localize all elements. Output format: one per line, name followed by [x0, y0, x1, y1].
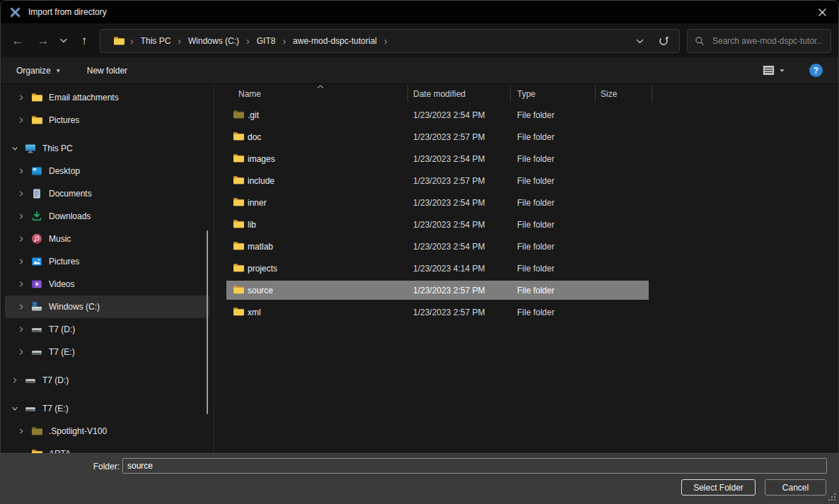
file-date: 1/23/2023 2:57 PM	[413, 176, 485, 186]
resize-grip[interactable]	[828, 493, 836, 501]
back-icon: ←	[12, 35, 24, 47]
sidebar-item-pictures[interactable]: Pictures	[5, 250, 209, 273]
change-view-button[interactable]	[760, 62, 788, 78]
close-button[interactable]	[806, 1, 838, 23]
breadcrumb-separator-icon[interactable]: ›	[241, 36, 255, 46]
sidebar-item-arta[interactable]: ARTA	[5, 443, 209, 453]
sort-ascending-icon	[317, 85, 324, 89]
column-header-date-modified[interactable]: Date modified	[413, 89, 465, 99]
sidebar-item-pictures-folder[interactable]: Pictures	[5, 109, 209, 131]
chevron-right-icon[interactable]	[17, 427, 25, 435]
chevron-right-icon[interactable]	[17, 189, 25, 198]
breadcrumb-separator-icon[interactable]: ›	[378, 36, 393, 46]
file-name: doc	[248, 132, 261, 142]
file-date: 1/23/2023 2:57 PM	[413, 286, 485, 295]
import-dialog-window: Import from directory ← → ↑ › This PC ›	[0, 0, 839, 504]
new-folder-button[interactable]: New folder	[80, 61, 134, 80]
sidebar-item-label: Documents	[49, 189, 92, 199]
column-header-type[interactable]: Type	[517, 89, 536, 99]
column-divider[interactable]	[652, 85, 652, 102]
sidebar-item-windows-c[interactable]: Windows (C:)	[5, 295, 209, 318]
breadcrumb-separator-icon[interactable]: ›	[277, 36, 291, 46]
chevron-down-icon[interactable]	[11, 144, 19, 153]
file-rows: .git 1/23/2023 2:54 PM File folder doc 1…	[215, 104, 838, 323]
file-row-lib[interactable]: lib 1/23/2023 2:54 PM File folder	[215, 213, 838, 235]
folder-icon	[31, 115, 42, 126]
file-name: projects	[248, 264, 277, 274]
column-divider[interactable]	[407, 85, 408, 102]
file-date: 1/23/2023 4:14 PM	[413, 264, 485, 274]
back-button[interactable]: ←	[6, 30, 29, 51]
sidebar-item-t7-d-root[interactable]: T7 (D:)	[5, 369, 209, 392]
sidebar-item-label: Videos	[49, 279, 74, 289]
sidebar-item-t7-e[interactable]: T7 (E:)	[5, 341, 209, 363]
search-box[interactable]	[687, 29, 831, 53]
chevron-right-icon[interactable]	[17, 93, 25, 102]
file-row-doc[interactable]: doc 1/23/2023 2:57 PM File folder	[215, 126, 838, 148]
column-divider[interactable]	[595, 85, 596, 102]
file-name: source	[248, 286, 273, 295]
sidebar-item-label: Pictures	[49, 257, 79, 266]
up-button[interactable]: ↑	[73, 30, 96, 51]
up-icon: ↑	[81, 35, 88, 47]
sidebar-item-this-pc[interactable]: This PC	[5, 137, 209, 160]
chevron-right-icon[interactable]	[17, 235, 25, 243]
column-divider[interactable]	[510, 85, 511, 102]
file-row-projects[interactable]: projects 1/23/2023 4:14 PM File folder	[215, 257, 838, 279]
breadcrumb-separator-icon[interactable]: ›	[125, 36, 139, 46]
sidebar-item-t7-e-root[interactable]: T7 (E:)	[5, 397, 209, 420]
history-dropdown-button[interactable]	[54, 30, 73, 51]
sidebar-item-documents[interactable]: Documents	[5, 182, 209, 205]
refresh-icon[interactable]	[658, 35, 669, 47]
sidebar-item-music[interactable]: Music	[5, 228, 209, 250]
search-input[interactable]	[711, 35, 823, 47]
chevron-right-icon[interactable]	[17, 325, 25, 334]
breadcrumb-item-awe-mod-dspc-tutorial[interactable]: awe-mod-dspc-tutorial	[291, 36, 378, 46]
chevron-right-icon[interactable]	[17, 303, 25, 311]
sidebar-scrollbar[interactable]	[207, 230, 208, 414]
breadcrumb-item-windows-c[interactable]: Windows (C:)	[187, 36, 241, 46]
folder-name-input[interactable]	[122, 458, 827, 474]
select-folder-button[interactable]: Select Folder	[681, 479, 756, 496]
sidebar-item-downloads[interactable]: Downloads	[5, 205, 209, 228]
chevron-right-icon[interactable]	[17, 348, 25, 356]
chevron-right-icon[interactable]	[17, 257, 25, 266]
file-row-xml[interactable]: xml 1/23/2023 2:57 PM File folder	[215, 301, 838, 323]
file-row-source[interactable]: source 1/23/2023 2:57 PM File folder	[215, 279, 838, 301]
file-row-matlab[interactable]: matlab 1/23/2023 2:54 PM File folder	[215, 235, 838, 257]
file-type: File folder	[517, 307, 555, 317]
file-type: File folder	[517, 110, 555, 120]
address-bar[interactable]: › This PC › Windows (C:) › GIT8 › awe-mo…	[100, 29, 680, 53]
cancel-button[interactable]: Cancel	[765, 479, 826, 496]
address-dropdown-icon[interactable]	[636, 39, 644, 44]
chevron-right-icon[interactable]	[17, 280, 25, 288]
chevron-right-icon[interactable]	[17, 212, 25, 221]
column-header-size[interactable]: Size	[601, 89, 617, 99]
chevron-right-icon[interactable]	[11, 376, 19, 385]
organize-button[interactable]: Organize ▾	[9, 61, 67, 80]
main-area: Email attachments Pictures This PC Deskt…	[1, 84, 838, 453]
file-row-inner[interactable]: inner 1/23/2023 2:54 PM File folder	[215, 192, 838, 213]
file-row-images[interactable]: images 1/23/2023 2:54 PM File folder	[215, 148, 838, 170]
column-header-name[interactable]: Name	[238, 89, 261, 99]
downloads-icon	[31, 211, 42, 222]
forward-button[interactable]: →	[32, 30, 54, 51]
breadcrumb-item-git8[interactable]: GIT8	[255, 36, 277, 46]
dialog-footer: Folder: Select Folder Cancel	[1, 453, 838, 503]
sidebar-item-label: Email attachments	[49, 93, 119, 102]
help-button[interactable]: ?	[809, 64, 823, 77]
sidebar-item-email-attachments[interactable]: Email attachments	[5, 86, 209, 109]
sidebar-item-label: T7 (E:)	[42, 404, 69, 414]
breadcrumb-item-this-pc[interactable]: This PC	[139, 36, 173, 46]
sidebar-item-spotlight-v100[interactable]: .Spotlight-V100	[5, 420, 209, 443]
chevron-down-icon[interactable]	[11, 404, 19, 413]
folder-icon	[233, 306, 244, 317]
sidebar-item-t7-d[interactable]: T7 (D:)	[5, 318, 209, 341]
breadcrumb-separator-icon[interactable]: ›	[172, 36, 187, 46]
file-row-git[interactable]: .git 1/23/2023 2:54 PM File folder	[215, 104, 838, 126]
sidebar-item-desktop[interactable]: Desktop	[5, 160, 209, 182]
file-row-include[interactable]: include 1/23/2023 2:57 PM File folder	[215, 170, 838, 192]
chevron-right-icon[interactable]	[17, 167, 25, 175]
chevron-right-icon[interactable]	[17, 116, 25, 124]
sidebar-item-videos[interactable]: Videos	[5, 273, 209, 295]
